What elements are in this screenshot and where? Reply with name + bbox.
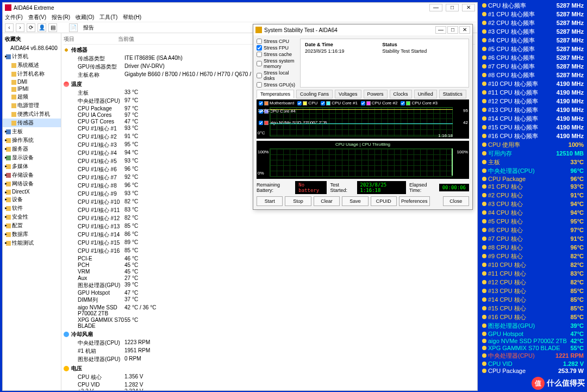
sensor-row[interactable]: +3.3 V3.324 V — [64, 388, 475, 390]
dialog-button-close[interactable]: Close — [443, 196, 469, 206]
tree-item[interactable]: 安全性 — [3, 213, 61, 221]
tree-item[interactable]: 软件 — [3, 204, 61, 213]
tree-item[interactable]: 设备 — [3, 195, 61, 204]
overlay-row: #6 CPU 核心97°C — [480, 226, 586, 234]
overlay-row: #3 CPU 核心94°C — [480, 200, 586, 208]
graph-tab[interactable]: Temperatures — [257, 90, 294, 98]
menu-item[interactable]: 收藏(O) — [76, 14, 94, 21]
sensor-row[interactable]: 图形处理器(GPU)0 RPM — [64, 355, 475, 363]
overlay-row: #10 CPU 核心频率4190 MHz — [480, 79, 586, 88]
maximize-button[interactable]: □ — [446, 4, 459, 11]
stress-checkbox[interactable]: Stress cache — [257, 52, 300, 57]
sensor-row[interactable]: CPU #1/核心 #1589 °C — [64, 239, 475, 247]
graph-tab[interactable]: Voltages — [335, 90, 361, 98]
tree-item[interactable]: 超频 — [3, 92, 61, 101]
stress-checkbox[interactable]: Stress FPU — [257, 45, 300, 51]
overlay-row: #14 CPU 核心85°C — [480, 295, 586, 304]
overlay-row: 图形处理器(GPU)39°C — [480, 321, 586, 330]
sensor-row[interactable]: Aux27 °C — [64, 275, 475, 281]
tree-item[interactable]: DirectX — [3, 188, 61, 195]
sensor-row[interactable]: CPU #1/核心 #1685 °C — [64, 247, 475, 255]
minimize-button[interactable]: — — [429, 4, 442, 11]
test-info-row: Remaining Battery: No battery Test Start… — [257, 181, 469, 194]
menu-item[interactable]: 查看(V) — [28, 14, 46, 21]
graph-tab[interactable]: Cooling Fans — [296, 90, 333, 98]
stress-checkbox[interactable]: Stress local disks — [257, 70, 300, 81]
tree-item[interactable]: 多媒体 — [3, 162, 61, 171]
dialog-buttons: StartStopClearSaveCPUIDPreferencesClose — [257, 196, 469, 206]
graph-tab[interactable]: Unified — [414, 90, 437, 98]
sensor-row[interactable]: CPU #1/核心 #1282 °C — [64, 214, 475, 222]
cpu-usage-graph: CPU Usage | CPU Throttling 100% 0% 100% — [257, 141, 469, 179]
tree-item[interactable]: 配置 — [3, 221, 61, 230]
stress-checkbox[interactable]: Stress system memory — [257, 58, 300, 69]
sensor-row[interactable]: PCI-E46 °C — [64, 255, 475, 262]
user-button[interactable]: 👤 — [38, 23, 46, 32]
dialog-button-clear[interactable]: Clear — [314, 196, 340, 206]
graph-tab[interactable]: Statistics — [439, 90, 466, 98]
refresh-button[interactable]: ⟳ — [27, 23, 35, 32]
tree-item[interactable]: 服务器 — [3, 145, 61, 153]
legend-item[interactable]: CPU Core #3 — [401, 101, 438, 105]
sensor-row[interactable]: GPU Hotspot47 °C — [64, 289, 475, 296]
tree-item[interactable]: 计算机 — [3, 52, 61, 61]
menu-item[interactable]: 文件(F) — [5, 14, 23, 21]
tree-item[interactable]: 存储设备 — [3, 171, 61, 179]
tree-item[interactable]: 性能测试 — [3, 239, 61, 247]
close-button[interactable]: ✕ — [462, 4, 475, 11]
sensor-row[interactable]: CPU 核心1.356 V — [64, 373, 475, 381]
dialog-maximize-button[interactable]: □ — [447, 26, 458, 34]
tree-panel: 收藏夹 AIDA64 v6.88.6400 计算机系统概述计算机名称DMIIPM… — [3, 33, 61, 390]
dialog-button-preferences[interactable]: Preferences — [399, 196, 430, 206]
sensor-row[interactable]: 中央处理器(CPU)1223 RPM — [64, 339, 475, 347]
stress-checkbox[interactable]: Stress GPU(s) — [257, 82, 300, 88]
sensor-row[interactable]: #1 机箱1951 RPM — [64, 347, 475, 355]
dialog-button-cpuid[interactable]: CPUID — [371, 196, 397, 206]
sensor-row[interactable]: CPU #1/核心 #1385 °C — [64, 222, 475, 231]
menu-item[interactable]: 帮助(H) — [123, 14, 141, 21]
menu-item[interactable]: 报告(R) — [52, 14, 70, 21]
nav-forward-button[interactable]: › — [16, 23, 24, 32]
tree-item[interactable]: 主板 — [3, 127, 61, 136]
sensor-row[interactable]: 图形处理器(GPU)39 °C — [64, 281, 475, 289]
dialog-button-save[interactable]: Save — [342, 196, 368, 206]
group-header: 冷却风扇 — [64, 329, 475, 339]
overlay-row: #11 CPU 核心83°C — [480, 269, 586, 278]
overlay-row: 中央处理器(CPU)96°C — [480, 166, 586, 175]
tree-item[interactable]: 操作系统 — [3, 136, 61, 145]
sensor-row[interactable]: XPG GAMMIX S70 BLADE55 °C — [64, 316, 475, 329]
legend-item[interactable]: CPU Core #2 — [361, 101, 398, 105]
sensor-row[interactable]: CPU VID1.282 V — [64, 381, 475, 388]
tree-item[interactable]: DMI — [3, 78, 61, 85]
graph-tab[interactable]: Clocks — [390, 90, 412, 98]
report-icon[interactable]: 📄 — [69, 23, 78, 32]
tree-item[interactable]: 数据库 — [3, 230, 61, 239]
graph-tab[interactable]: Powers — [364, 90, 388, 98]
tree-item[interactable]: 网络设备 — [3, 179, 61, 188]
tree-item[interactable]: 电源管理 — [3, 101, 61, 110]
legend-item[interactable]: Motherboard — [259, 101, 294, 105]
sensor-row[interactable]: VRM45 °C — [64, 268, 475, 275]
tree-item[interactable]: 便携式计算机 — [3, 110, 61, 119]
tools-button[interactable]: ▤ — [48, 23, 57, 32]
sensor-row[interactable]: aigo NVMe SSD P7000Z 2TB42 °C / 36 °C — [64, 304, 475, 316]
overlay-row: #5 CPU 核心频率5287 MHz — [480, 45, 586, 53]
tree-item[interactable]: 显示设备 — [3, 153, 61, 162]
dialog-button-stop[interactable]: Stop — [285, 196, 311, 206]
menu-item[interactable]: 工具(T) — [99, 14, 117, 21]
sensor-row[interactable]: PCH45 °C — [64, 262, 475, 268]
legend-item[interactable]: CPU Core #1 — [321, 101, 358, 105]
nav-back-button[interactable]: ‹ — [5, 23, 14, 32]
tree-item[interactable]: 系统概述 — [3, 61, 61, 70]
sensor-row[interactable]: CPU #1/核心 #1486 °C — [64, 231, 475, 239]
dialog-minimize-button[interactable]: — — [435, 26, 446, 34]
tree-item[interactable]: IPMI — [3, 85, 61, 92]
tree-item[interactable]: 传感器 — [3, 119, 61, 127]
tree-item[interactable]: 计算机名称 — [3, 70, 61, 78]
legend-item[interactable]: CPU — [297, 101, 317, 105]
stress-checkbox[interactable]: Stress CPU — [257, 39, 300, 44]
sensor-row[interactable]: DIMM列37 °C — [64, 296, 475, 304]
watermark-badge: 值 — [532, 377, 545, 390]
dialog-close-button[interactable]: ✕ — [459, 26, 470, 34]
dialog-button-start[interactable]: Start — [257, 196, 283, 206]
